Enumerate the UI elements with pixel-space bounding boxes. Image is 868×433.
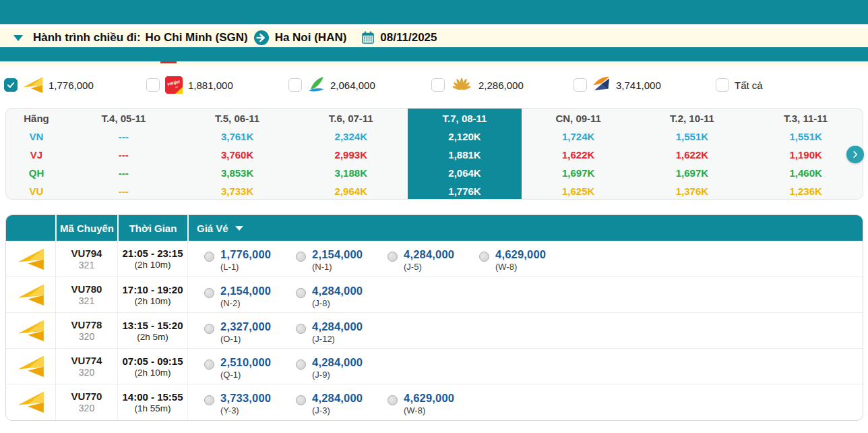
- airline-filter[interactable]: Tất cả: [716, 71, 763, 98]
- week-fare-cell[interactable]: 1,190K: [749, 146, 863, 164]
- flight-code: VU778: [71, 319, 102, 330]
- flight-code: VU770: [71, 391, 102, 402]
- airline-filter[interactable]: 2,064,000: [288, 71, 375, 98]
- fare-option[interactable]: 4,284,000 (J-3): [296, 392, 388, 415]
- journey-date[interactable]: 08/11/2025: [380, 31, 437, 45]
- week-fare-cell[interactable]: 2,993K: [294, 146, 408, 164]
- fare-radio-button[interactable]: [204, 252, 214, 262]
- fare-radio-button[interactable]: [388, 252, 398, 262]
- week-col-header-date[interactable]: CN, 09-11: [522, 109, 636, 127]
- fare-option[interactable]: 2,510,000 (Q-1): [204, 356, 296, 380]
- week-col-header-date[interactable]: T.5, 06-11: [181, 109, 294, 127]
- week-fare-cell[interactable]: 3,188K: [294, 164, 408, 182]
- fare-radio-button[interactable]: [296, 324, 306, 334]
- week-col-header-date[interactable]: T.6, 07-11: [294, 109, 408, 127]
- fare-radio-button[interactable]: [388, 395, 398, 405]
- fare-text: 2,154,000 (N-2): [220, 285, 271, 308]
- next-week-button[interactable]: [846, 146, 864, 163]
- fare-radio-button[interactable]: [204, 324, 214, 334]
- week-col-header-date[interactable]: T.3, 11-11: [749, 109, 863, 127]
- fare-price: 2,327,000: [220, 320, 271, 333]
- week-fare-cell[interactable]: 1,697K: [636, 164, 749, 182]
- fare-option[interactable]: 4,284,000 (J-8): [296, 285, 388, 308]
- airline-filter[interactable]: 3,741,000: [574, 71, 661, 98]
- fare-text: 4,284,000 (J-9): [312, 356, 363, 380]
- week-col-header-date[interactable]: T.4, 05-11: [67, 109, 181, 127]
- fare-option[interactable]: 2,327,000 (O-1): [204, 320, 296, 344]
- journey-bar[interactable]: Hành trình chiều đi: Ho Chi Minh (SGN) H…: [0, 28, 868, 47]
- week-fare-cell[interactable]: 3,761K: [181, 127, 294, 146]
- fare-radio-button[interactable]: [296, 288, 306, 298]
- week-col-header-date[interactable]: T.2, 10-11: [636, 109, 749, 127]
- flight-code-cell: VU774 320: [55, 349, 117, 384]
- fare-radio-button[interactable]: [204, 359, 214, 370]
- fare-radio-button[interactable]: [204, 395, 214, 405]
- fare-radio-button[interactable]: [296, 359, 306, 370]
- week-fare-cell[interactable]: 1,776K: [408, 182, 522, 200]
- red-underline-decoration: [160, 61, 177, 63]
- flight-time-cell: 14:00 - 15:55 (1h 55m): [117, 384, 187, 420]
- airline-filter[interactable]: 2,286,000: [431, 71, 524, 98]
- week-fare-cell[interactable]: 1,625K: [522, 182, 636, 200]
- week-fare-cell[interactable]: ---: [67, 127, 181, 146]
- fare-radio-button[interactable]: [296, 252, 306, 262]
- week-fare-cell[interactable]: 1,460K: [749, 164, 863, 182]
- fare-option[interactable]: 2,154,000 (N-2): [204, 285, 296, 308]
- week-fare-cell[interactable]: 1,881K: [408, 146, 522, 164]
- flight-duration: (2h 10m): [134, 368, 170, 378]
- fare-option[interactable]: 4,284,000 (J-9): [296, 356, 388, 380]
- fare-price: 4,284,000: [312, 285, 363, 297]
- airline-filter-label: 1,776,000: [49, 80, 94, 91]
- week-fare-cell[interactable]: 1,551K: [749, 127, 863, 146]
- airline-filter-checkbox[interactable]: [4, 78, 18, 92]
- fare-option[interactable]: 4,284,000 (J-5): [388, 248, 479, 272]
- week-fare-cell[interactable]: 2,120K: [408, 127, 522, 146]
- airline-logo-icon: vietjet air: [165, 76, 183, 94]
- fare-option[interactable]: 2,154,000 (N-1): [296, 248, 388, 272]
- fare-radio-button[interactable]: [479, 252, 489, 262]
- airline-filter-checkbox[interactable]: [431, 78, 445, 92]
- cream-divider-strip: [0, 61, 868, 66]
- airline-filter-checkbox[interactable]: [716, 78, 729, 92]
- fare-radio-button[interactable]: [296, 395, 306, 405]
- week-fare-cell[interactable]: 2,964K: [294, 182, 408, 200]
- price-column-header[interactable]: Giá Vé: [187, 215, 863, 241]
- week-fare-cell[interactable]: 3,853K: [181, 164, 294, 182]
- week-fare-cell[interactable]: ---: [67, 182, 181, 200]
- airline-filter-checkbox[interactable]: [146, 78, 160, 92]
- week-fare-cell[interactable]: 1,697K: [522, 164, 636, 182]
- week-fare-cell[interactable]: 3,733K: [181, 182, 294, 200]
- week-fare-cell[interactable]: 1,551K: [636, 127, 749, 146]
- time-column-header: Thời Gian: [117, 215, 187, 241]
- fare-text: 1,776,000 (L-1): [220, 248, 271, 272]
- week-col-header-date[interactable]: T.7, 08-11: [408, 109, 522, 127]
- flight-duration: (2h 5m): [137, 332, 168, 342]
- airline-filter[interactable]: vietjet air 1,881,000: [146, 71, 233, 98]
- week-fare-cell[interactable]: 1,724K: [522, 127, 636, 146]
- price-sort-caret-icon[interactable]: [235, 226, 243, 231]
- flight-time: 07:05 - 09:15: [122, 355, 183, 367]
- week-fare-cell[interactable]: 1,622K: [636, 146, 749, 164]
- fare-class: (W-8): [404, 405, 454, 415]
- week-fare-cell[interactable]: 1,236K: [749, 182, 863, 200]
- journey-collapse-caret-icon[interactable]: [13, 35, 23, 41]
- week-fare-cell[interactable]: 3,760K: [181, 146, 294, 164]
- airline-filter-checkbox[interactable]: [574, 78, 587, 92]
- fare-option[interactable]: 1,776,000 (L-1): [204, 248, 296, 272]
- fare-option[interactable]: 3,733,000 (Y-3): [204, 392, 296, 415]
- fare-option[interactable]: 4,629,000 (W-8): [479, 248, 571, 272]
- week-fare-cell[interactable]: 1,376K: [636, 182, 749, 200]
- week-fare-cell[interactable]: 2,324K: [294, 127, 408, 146]
- fare-radio-button[interactable]: [204, 288, 214, 298]
- airline-filter-checkbox[interactable]: [288, 78, 302, 92]
- flight-rows: VU794 321 21:05 - 23:15 (2h 10m) 1,776,0…: [6, 241, 863, 420]
- fare-class: (J-9): [312, 370, 363, 380]
- week-fare-cell[interactable]: 2,064K: [408, 164, 522, 182]
- week-fare-cell[interactable]: 1,622K: [522, 146, 636, 164]
- airline-filter[interactable]: 1,776,000: [4, 71, 94, 98]
- fare-option[interactable]: 4,284,000 (J-12): [296, 320, 388, 344]
- airline-filter-label: 2,064,000: [330, 80, 375, 91]
- week-fare-cell[interactable]: ---: [67, 164, 181, 182]
- fare-option[interactable]: 4,629,000 (W-8): [388, 392, 479, 415]
- week-fare-cell[interactable]: ---: [67, 146, 181, 164]
